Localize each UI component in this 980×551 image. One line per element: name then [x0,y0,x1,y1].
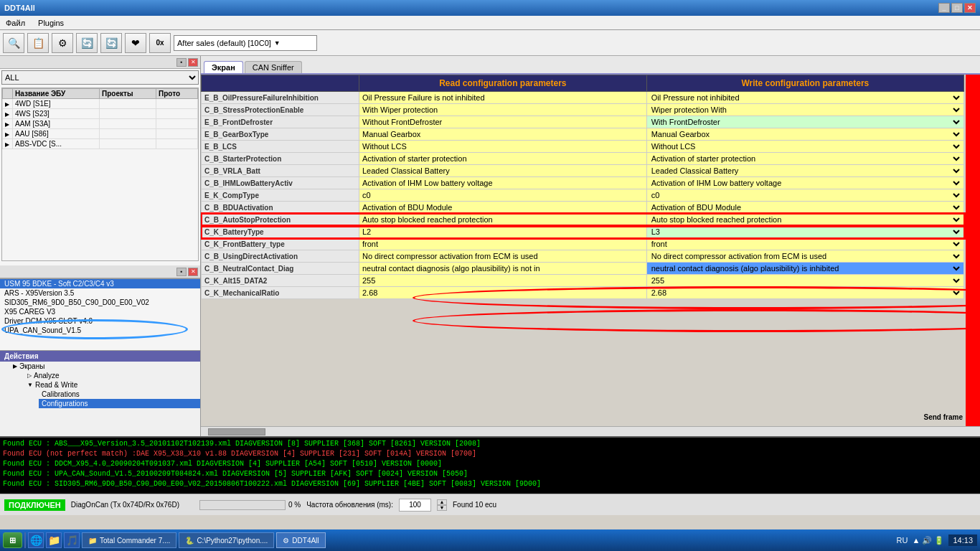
search-button[interactable]: 🔍 [3,33,24,53]
screen-read-write[interactable]: ▼ Read & Write [24,380,200,390]
config-write-cell[interactable]: L3 [646,226,963,238]
config-write-select[interactable]: Without LCS [649,141,962,151]
config-table-row: C_B_UsingDirectActivationNo direct compr… [202,250,964,263]
settings-button[interactable]: ⚙ [52,33,73,53]
read-write-label: Read & Write [35,381,77,389]
config-write-cell[interactable]: Manual Gearbox [646,128,963,141]
maximize-button[interactable]: □ [951,3,963,13]
config-write-select[interactable]: Wiper protection With [649,105,962,115]
config-write-cell[interactable]: Leaded Classical Battery [646,165,963,177]
close-button[interactable]: ✕ [964,3,976,13]
config-write-select[interactable]: Manual Gearbox [649,129,962,139]
config-write-select[interactable]: L3 [649,227,962,237]
config-write-cell[interactable]: neutral contact diagnosis (algo plausibi… [646,263,963,275]
found-ecu-label: Found 10 ecu [453,501,496,509]
ecu-table-row[interactable]: ▶AAM [S3A] [3,119,198,129]
config-write-select[interactable]: No direct compressor activation from ECM… [649,251,962,261]
sub-panel-restore-button[interactable]: ▪ [176,268,187,276]
refresh2-button[interactable]: 🔄 [100,33,122,53]
spinner-down-button[interactable]: ▼ [437,505,447,511]
taskbar-ie-icon[interactable]: 🌐 [28,532,44,548]
sub-panel-item[interactable]: UPA_CAN_Sound_V1.5 [0,326,200,335]
sub-panel-item[interactable]: X95 CAREG V3 [0,307,200,316]
config-table-row: C_B_AutoStopProtectionAuto stop blocked … [202,214,964,226]
config-write-select[interactable]: Leaded Classical Battery [649,166,962,176]
sub-panel-item[interactable]: Driver DCM X95 SLOT v4.0 [0,316,200,326]
taskbar-python[interactable]: 🐍 C:\Python27\python.... [179,532,274,548]
config-write-cell[interactable]: Activation of starter protection [646,153,963,165]
config-write-cell[interactable]: c0 [646,189,963,202]
config-write-cell[interactable]: front [646,238,963,250]
ecu-table-row[interactable]: ▶AAU [S86] [3,129,198,139]
config-write-select[interactable]: Oil Pressure not inhibited [649,93,962,103]
config-write-cell[interactable]: Wiper protection With [646,104,963,116]
title-bar: DDT4All _ □ ✕ [0,0,980,16]
config-table-row: E_K_CompTypec0c0 [202,189,964,202]
scrollbar-thumb[interactable] [208,428,265,435]
frequency-spinner[interactable]: ▲ ▼ [437,499,447,511]
config-write-select[interactable]: Activation of IHM Low battery voltage [649,178,962,188]
screen-calibrations[interactable]: Calibrations [39,390,200,399]
config-write-cell[interactable]: 2.68 [646,287,963,299]
sub-panel-item[interactable]: SID305_RM6_9D0_B50_C90_D00_E00_V02 [0,298,200,307]
read-col-header: Read configuration parameters [359,75,647,92]
tab-can-sniffer[interactable]: CAN Sniffer [245,61,302,73]
menu-plugins[interactable]: Plugins [35,18,67,28]
config-write-cell[interactable]: 255 [646,275,963,287]
config-write-cell[interactable]: Activation of IHM Low battery voltage [646,177,963,189]
expand-icon: ▶ [5,131,9,138]
ecu-filter-select[interactable]: ALL [1,70,199,85]
config-write-select[interactable]: neutral contact diagnosis (algo plausibi… [649,263,962,273]
ecu-col-projects[interactable]: Проекты [100,89,156,99]
clipboard-button[interactable]: 📋 [27,33,49,53]
tab-screen[interactable]: Экран [204,61,243,73]
config-table-wrapper[interactable]: Read configuration parameters Write conf… [201,75,980,426]
config-write-select[interactable]: Auto stop blocked reached protection [649,215,962,225]
taskbar-ddt4all[interactable]: ⚙ DDT4All [276,532,325,548]
start-button[interactable]: ⊞ [3,532,22,548]
sub-panel-item[interactable]: USM 95 BDKE - Soft C2/C3/C4 v3 [0,279,200,288]
config-write-select[interactable]: 255 [649,276,962,286]
spinner-up-button[interactable]: ▲ [437,499,447,505]
ecu-table-row[interactable]: ▶ABS-VDC [S... [3,139,198,149]
config-write-select[interactable]: c0 [649,190,962,200]
ecu-table-row[interactable]: ▶4WS [S23] [3,109,198,119]
config-write-cell[interactable]: Auto stop blocked reached protection [646,214,963,226]
ecu-table-container: Название ЭБУ Проекты Прото ▶4WD [S1E]▶4W… [1,88,199,261]
expand-icon: ▶ [5,141,9,148]
sub-panel-close-button[interactable]: ✕ [188,268,198,276]
refresh1-button[interactable]: 🔄 [76,33,98,53]
config-write-cell[interactable]: No direct compressor activation from ECM… [646,250,963,263]
frequency-input[interactable] [399,499,431,512]
config-write-select[interactable]: front [649,239,962,249]
minimize-button[interactable]: _ [938,3,950,13]
taskbar-media-icon[interactable]: 🎵 [64,532,80,548]
menu-file[interactable]: Файл [3,18,28,28]
ecu-col-proto[interactable]: Прото [156,89,197,99]
screen-analyze[interactable]: ▷ Analyze [24,371,200,380]
actions-header: Действия [0,351,200,362]
config-write-cell[interactable]: Without LCS [646,141,963,153]
screens-label[interactable]: ▶ Экраны [10,362,200,371]
sub-panel-item[interactable]: ARS - X95Version 3.5 [0,288,200,298]
config-write-select[interactable]: Activation of starter protection [649,154,962,164]
left-panel-restore-button[interactable]: ▪ [176,58,187,67]
left-panel-close-button[interactable]: ✕ [188,58,198,67]
ecu-table-row[interactable]: ▶4WD [S1E] [3,99,198,109]
profile-dropdown[interactable]: After sales (default) [10C0] ▼ [174,35,317,51]
ecu-col-expand[interactable] [3,89,13,99]
config-write-select[interactable]: 2.68 [649,288,962,298]
hex-button[interactable]: 0x [149,33,171,53]
config-write-select[interactable]: With FrontDefroster [649,117,962,127]
ecu-col-name[interactable]: Название ЭБУ [13,89,100,99]
config-write-cell[interactable]: Oil Pressure not inhibited [646,92,963,104]
taskbar-total-commander[interactable]: 📁 Total Commander 7.... [82,532,176,548]
main-layout: ▪ ✕ ALL Название ЭБУ Проекты Прото [0,56,980,436]
taskbar-folder-icon[interactable]: 📁 [46,532,62,548]
config-write-cell[interactable]: Activation of BDU Module [646,202,963,214]
config-write-cell[interactable]: With FrontDefroster [646,116,963,128]
config-write-select[interactable]: Activation of BDU Module [649,202,962,212]
horizontal-scrollbar[interactable] [201,426,980,436]
heart-button[interactable]: ❤ [125,33,146,53]
screen-configurations[interactable]: Configurations [39,399,200,408]
